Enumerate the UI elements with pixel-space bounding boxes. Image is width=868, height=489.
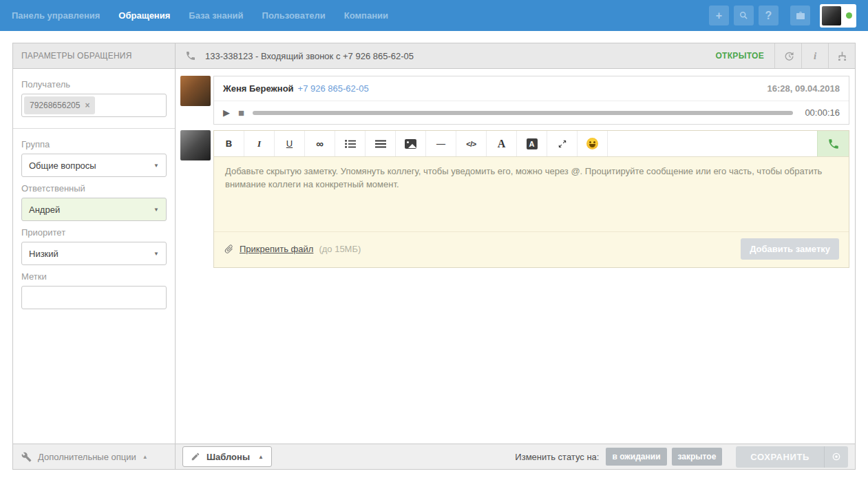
ticket-parameters-panel: ПАРАМЕТРЫ ОБРАЩЕНИЯ Получатель 792686562…	[12, 43, 176, 470]
underline-icon: U	[286, 138, 293, 149]
info-icon: i	[814, 50, 816, 62]
history-icon	[783, 50, 794, 62]
horizontal-rule-icon: —	[436, 138, 445, 149]
templates-button[interactable]: Шаблоны ▲	[182, 446, 272, 467]
message-timestamp: 16:28, 09.04.2018	[767, 83, 840, 94]
group-select[interactable]: Общие вопросы ▼	[21, 154, 167, 177]
add-button[interactable]: +	[709, 6, 729, 25]
chevron-down-icon: ▼	[154, 207, 159, 213]
attach-size-hint: (до 15МБ)	[319, 244, 361, 254]
call-message-header: Женя Бережной +7 926 865-62-05 16:28, 09…	[214, 76, 849, 101]
status-closed-button[interactable]: закрытое	[672, 448, 723, 466]
horizontal-rule-button[interactable]: —	[426, 131, 456, 156]
wrench-icon	[21, 452, 32, 462]
chevron-up-icon: ▲	[258, 454, 264, 460]
search-icon	[739, 10, 749, 21]
save-options-button[interactable]	[824, 446, 848, 468]
ordered-list-icon	[375, 139, 386, 149]
save-button[interactable]: СОХРАНИТЬ	[736, 446, 824, 468]
user-menu[interactable]	[820, 4, 856, 28]
unordered-list-button[interactable]	[335, 131, 366, 156]
wand-icon	[191, 452, 200, 461]
background-color-button[interactable]: A	[517, 131, 547, 156]
recipient-section: Получатель 79268656205 ×	[13, 69, 175, 129]
emoji-icon	[586, 138, 598, 149]
customer-name: Женя Бережной	[223, 83, 294, 94]
italic-icon: I	[257, 138, 261, 149]
tags-input[interactable]	[21, 286, 167, 309]
change-status-label: Изменить статус на:	[515, 452, 599, 462]
bold-icon: B	[226, 138, 232, 149]
merge-icon	[836, 50, 848, 62]
remove-tag-icon[interactable]: ×	[85, 101, 89, 110]
recipient-input[interactable]: 79268656205 ×	[21, 94, 167, 117]
stop-icon[interactable]: ■	[238, 107, 244, 118]
user-avatar	[822, 6, 841, 25]
ordered-list-button[interactable]	[366, 131, 396, 156]
merge-button[interactable]	[828, 43, 855, 68]
image-icon	[405, 139, 416, 149]
templates-label: Шаблоны	[207, 452, 250, 462]
info-button[interactable]: i	[801, 43, 828, 68]
responsible-select[interactable]: Андрей ▼	[21, 198, 167, 221]
sidebar-body: Получатель 79268656205 × Группа Общие во…	[13, 69, 175, 444]
nav-item-tickets[interactable]: Обращения	[118, 10, 170, 21]
chevron-up-icon: ▲	[142, 454, 148, 460]
ticket-subject: 133-338123 - Входящий звонок с +7 926 86…	[205, 51, 705, 61]
play-icon[interactable]: ▶	[223, 108, 230, 117]
nav-item-dashboard[interactable]: Панель управления	[12, 10, 100, 21]
note-textarea[interactable]: Добавьте скрытую заметку. Упомянуть колл…	[214, 157, 849, 231]
fullscreen-button[interactable]	[547, 131, 578, 156]
sidebar-title: ПАРАМЕТРЫ ОБРАЩЕНИЯ	[21, 51, 132, 61]
additional-options-toggle[interactable]: Дополнительные опции ▲	[21, 452, 148, 462]
search-button[interactable]	[734, 6, 754, 25]
content-area: ПАРАМЕТРЫ ОБРАЩЕНИЯ Получатель 792686562…	[12, 43, 856, 470]
call-button[interactable]	[817, 131, 849, 156]
sidebar-header: ПАРАМЕТРЫ ОБРАЩЕНИЯ	[13, 43, 175, 69]
history-button[interactable]	[774, 43, 801, 68]
attach-file-link[interactable]: Прикрепить файл	[240, 244, 313, 254]
font-color-button[interactable]: A	[487, 131, 517, 156]
priority-select[interactable]: Низкий ▼	[21, 242, 167, 265]
circle-dot-icon	[831, 451, 842, 462]
ticket-header: 133-338123 - Входящий звонок с +7 926 86…	[176, 43, 855, 69]
code-button[interactable]: </>	[456, 131, 487, 156]
customer-phone-link[interactable]: +7 926 865-62-05	[298, 83, 369, 94]
ticket-status-badge[interactable]: ОТКРЫТОЕ	[715, 51, 764, 61]
italic-button[interactable]: I	[244, 131, 275, 156]
ticket-footer: Шаблоны ▲ Изменить статус на: в ожидании…	[176, 444, 855, 469]
briefcase-icon	[795, 10, 806, 21]
ticket-panel: 133-338123 - Входящий звонок с +7 926 86…	[175, 43, 856, 470]
ticket-thread: Женя Бережной +7 926 865-62-05 16:28, 09…	[176, 69, 855, 444]
link-button[interactable]: ∞	[305, 131, 335, 156]
code-icon: </>	[466, 140, 476, 148]
underline-button[interactable]: U	[275, 131, 305, 156]
bold-button[interactable]: B	[214, 131, 244, 156]
nav-menu: Панель управления Обращения База знаний …	[12, 10, 388, 21]
add-note-button[interactable]: Добавить заметку	[741, 238, 839, 260]
fields-section: Группа Общие вопросы ▼ Ответственный Анд…	[13, 129, 175, 320]
note-footer: Прикрепить файл (до 15МБ) Добавить замет…	[214, 231, 849, 267]
group-value: Общие вопросы	[29, 160, 96, 171]
link-icon: ∞	[316, 138, 324, 149]
audio-progress-bar[interactable]	[253, 111, 793, 115]
editor-toolbar: B I U ∞	[214, 131, 849, 157]
additional-options-label: Дополнительные опции	[38, 452, 136, 462]
status-pending-button[interactable]: в ожидании	[606, 448, 666, 466]
apps-button[interactable]	[790, 6, 810, 25]
tags-label: Метки	[21, 271, 167, 282]
nav-item-users[interactable]: Пользователи	[262, 10, 326, 21]
chevron-down-icon: ▼	[154, 163, 159, 169]
recipient-label: Получатель	[21, 79, 167, 90]
group-label: Группа	[21, 139, 167, 149]
responsible-label: Ответственный	[21, 183, 167, 194]
nav-item-knowledge-base[interactable]: База знаний	[189, 10, 243, 21]
status-controls: Изменить статус на: в ожидании закрытое …	[515, 446, 848, 468]
insert-image-button[interactable]	[396, 131, 426, 156]
emoji-button[interactable]	[578, 131, 608, 156]
background-color-icon: A	[527, 138, 538, 149]
nav-item-companies[interactable]: Компании	[344, 10, 388, 21]
call-phone-icon	[827, 138, 840, 150]
help-button[interactable]: ?	[759, 6, 779, 25]
top-navigation-bar: Панель управления Обращения База знаний …	[0, 0, 868, 31]
